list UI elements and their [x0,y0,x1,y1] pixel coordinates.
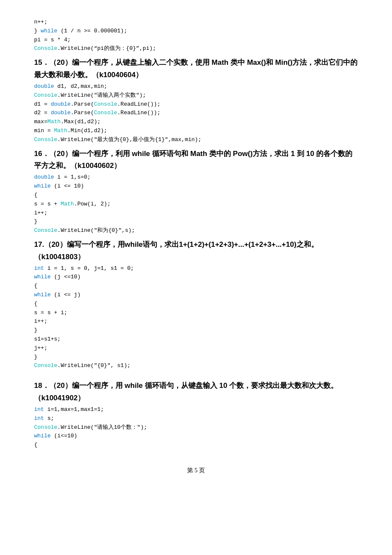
question-17: 17.（20）编写一个程序，用while语句，求出1+(1+2)+(1+2+3)… [34,239,358,370]
code-line-console-pi: Console.WriteLine(“pi的值为：{0}”,pi); [34,44,358,53]
math-kw2: Math [54,127,67,134]
double-kw4: double [34,174,54,180]
q16-writeline: .WriteLine("和为{0}",s); [58,227,135,234]
int-kw2: int [34,406,44,413]
console-kw5: Console [34,136,58,143]
max-call: .Max(d1,d2); [61,119,101,125]
q17-vars: i = 1, s = 0, j=1, s1 = 0; [44,265,134,272]
d1-parse: .Parse( [71,101,94,107]
question-15: 15．（20）编一个程序，从键盘上输入二个实数，使用 Math 类中 Max()… [34,57,358,144]
console-keyword: Console [34,45,58,52]
q15-line3: d1 = double.Parse(Console.ReadLine()); [34,100,358,109]
while-kw3: while [34,292,51,298]
d2-parse: .Parse( [71,110,94,116]
q17-line4: while (i <= j) [34,291,358,300]
while-cond: (1 / n >= 0.000001); [58,28,127,34]
while-kw4: while [34,433,51,439]
math-kw3: Math [61,201,74,207]
q15-writeline2: .WriteLine("最大值为{0},最小值为{1}",max,min); [58,136,202,143]
q17-line9: s1=s1+s; [34,335,358,344]
q17-line6: s = s + i; [34,309,358,318]
min-assign: min = [34,127,54,134]
q17-text: （20）编写一个程序，用while语句，求出1+(1+2)+(1+2+3)+..… [34,240,318,261]
pow-call: .Pow(i, 2); [74,201,111,207]
q18-writeline: .WriteLine("请输入10个数："); [58,424,147,431]
q18-vars1: i=1,max=1,max1=1; [44,406,104,413]
console-kw4: Console [94,110,117,116]
question-16: 16．（20）编一个程序，利用 while 循环语句和 Math 类中的 Pow… [34,148,358,235]
while-keyword: while [41,28,58,34]
q16-line1: double i = 1,s=0; [34,173,358,182]
q16-line2: while (i <= 10) [34,182,358,191]
q18-vars2: s; [44,415,54,422]
min-call: .Min(d1,d2); [67,127,107,134]
q16-line5: i++; [34,209,358,218]
question-16-title: 16．（20）编一个程序，利用 while 循环语句和 Math 类中的 Pow… [34,148,358,173]
q18-line1: int i=1,max=1,max1=1; [34,405,358,414]
q17-number: 17. [34,240,44,249]
q17-writeline: .WriteLine("{0}", s1); [58,362,131,369]
q17-code: int i = 1, s = 0, j=1, s1 = 0; while (j … [34,264,358,371]
q17-line12: Console.WriteLine("{0}", s1); [34,361,358,370]
q17-while-outer: (j <=10) [51,274,81,280]
q16-line3: { [34,191,358,200]
question-18-title: 18．（20）编一个程序，用 while 循环语句，从键盘输入 10 个数，要求… [34,380,358,405]
double-kw3: double [51,110,71,116]
q16-vars: i = 1,s=0; [54,174,91,180]
q16-code: double i = 1,s=0; while (i <= 10) { s = … [34,173,358,235]
d1-readline: .ReadLine()); [117,101,160,107]
q15-line2: Console.WriteLine("请输入两个实数"); [34,91,358,100]
while-kw2: while [34,274,51,280]
d2-assign: d2 = [34,110,51,116]
d2-readline: .ReadLine()); [117,110,160,116]
console-kw6: Console [34,227,58,234]
q15-line7: Console.WriteLine("最大值为{0},最小值为{1}",max,… [34,136,358,145]
q18-text: （20）编一个程序，用 while 循环语句，从键盘输入 10 个数，要求找出最… [34,382,338,402]
q16-line4: s = s + Math.Pow(i, 2); [34,200,358,209]
q17-line2: while (j <=10) [34,273,358,282]
q16-line6: } [34,217,358,226]
brace: } [34,28,41,34]
code-line-npp: n++; [34,18,358,27]
page-number: 第 5 页 [187,467,205,474]
q15-line1: double d1, d2,max,min; [34,82,358,91]
console-kw7: Console [34,362,58,369]
q15-text: （20）编一个程序，从键盘上输入二个实数，使用 Math 类中 Max()和 M… [34,58,357,79]
s-assign: s = s + [34,201,61,207]
console-kw2: Console [34,92,58,98]
q15-number: 15． [34,58,49,66]
q18-number: 18． [34,382,49,390]
initial-code-block: n++; } while (1 / n >= 0.000001); pi = s… [34,18,358,53]
q15-writeline1: .WriteLine("请输入两个实数"); [58,92,146,98]
max-assign: max= [34,119,47,125]
q18-line4: while (i<=10) [34,432,358,441]
q17-line10: j++; [34,344,358,353]
q17-line7: i++; [34,317,358,326]
page-footer: 第 5 页 [34,467,358,474]
question-15-title: 15．（20）编一个程序，从键盘上输入二个实数，使用 Math 类中 Max()… [34,57,358,81]
console-kw3: Console [94,101,117,107]
writeline-pi: .WriteLine(“pi的值为：{0}”,pi); [58,45,156,52]
q18-line2: int s; [34,414,358,423]
q17-line3: { [34,282,358,291]
while-kw1: while [34,183,51,189]
q15-code: double d1, d2,max,min; Console.WriteLine… [34,82,358,145]
q15-line6: min = Math.Min(d1,d2); [34,127,358,136]
question-18: 18．（20）编一个程序，用 while 循环语句，从键盘输入 10 个数，要求… [34,380,358,450]
q18-line3: Console.WriteLine("请输入10个数："); [34,423,358,432]
q17-line1: int i = 1, s = 0, j=1, s1 = 0; [34,264,358,273]
double-kw: double [34,83,54,90]
double-kw2: double [51,101,71,107]
q17-while-inner: (i <= j) [51,292,81,298]
q16-line7: Console.WriteLine("和为{0}",s); [34,226,358,235]
math-kw1: Math [47,119,61,125]
int-kw1: int [34,265,44,272]
q17-line5: { [34,300,358,309]
q15-vars: d1, d2,max,min; [54,83,107,90]
console-kw8: Console [34,424,58,431]
q16-text: （20）编一个程序，利用 while 循环语句和 Math 类中的 Pow()方… [34,150,352,170]
q18-code: int i=1,max=1,max1=1; int s; Console.Wri… [34,405,358,450]
q16-number: 16． [34,150,49,158]
q16-while-cond: (i <= 10) [51,183,84,189]
q18-while-cond: (i<=10) [51,433,77,439]
